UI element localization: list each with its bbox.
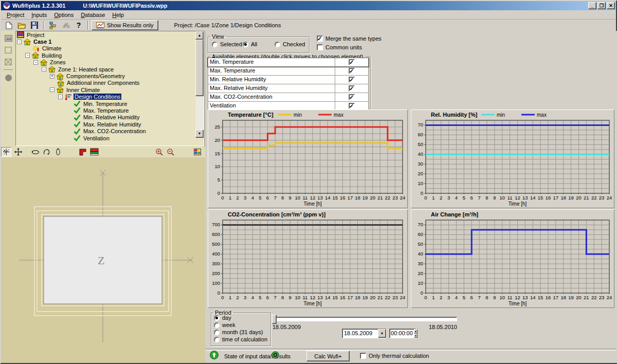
view-option-checked[interactable]: Checked [275, 41, 305, 47]
timeline-slider-track[interactable] [273, 317, 457, 321]
tree-item-max-co2-concentration[interactable]: Max. CO2-Concentration [16, 128, 204, 134]
available-row-max-temperature[interactable]: Max. Temperature [208, 67, 369, 76]
collapse-icon[interactable]: - [25, 53, 30, 58]
tree-item-label[interactable]: Case 1 [32, 39, 52, 45]
menu-inputs[interactable]: Inputs [28, 11, 50, 19]
thermal-only-checkbox-box[interactable] [360, 353, 366, 359]
timeline-slider-thumb[interactable] [272, 315, 277, 324]
menu-help[interactable]: Help [108, 11, 128, 19]
tree-item-components-geometry[interactable]: +Components/Geometry [16, 72, 204, 79]
common-units-checkbox[interactable]: Common units [317, 44, 362, 50]
tree-item-building[interactable]: -Building [16, 52, 204, 59]
tree-item-label[interactable]: Components/Geometry [65, 73, 126, 79]
tree-item-min-relative-humidity[interactable]: Min. Relative Humidity [16, 114, 204, 121]
tree-item-label[interactable]: Min. Temperature [82, 101, 128, 107]
component-view-icon[interactable] [78, 148, 87, 156]
period-option-month-31-days-[interactable]: month (31 days) [214, 329, 263, 335]
show-results-only-button[interactable]: Show Results only [92, 20, 158, 30]
tree-item-zone-1-heated-space[interactable]: -Zone 1: Heated space [16, 66, 204, 72]
tree-item-label[interactable]: Min. Relative Humidity [82, 114, 140, 120]
radio-icon[interactable] [243, 42, 248, 47]
scroll-up-button[interactable]: ▲ [195, 31, 204, 40]
tree-item-case-1[interactable]: -Case 1 [16, 38, 204, 45]
tree-structure-icon[interactable] [47, 20, 59, 30]
tree-item-label[interactable]: Building [41, 52, 63, 59]
radio-icon[interactable] [275, 42, 280, 47]
expand-icon[interactable]: + [50, 74, 55, 79]
available-row-checkbox[interactable] [349, 94, 355, 100]
available-row-max-co2-concentration[interactable]: Max. CO2-Concentration [208, 93, 369, 102]
available-row-checkbox[interactable] [349, 77, 355, 83]
open-folder-icon[interactable] [16, 20, 27, 30]
collapse-icon[interactable]: - [58, 95, 63, 99]
menu-project[interactable]: Project [3, 11, 28, 19]
tree-item-label[interactable]: Max. Temperature [82, 107, 130, 114]
tree-item-design-conditions[interactable]: -Design Conditions [16, 94, 204, 100]
radio-icon[interactable] [214, 322, 220, 328]
collapse-icon[interactable]: - [17, 40, 22, 44]
tree-item-label[interactable]: Design Conditions [74, 94, 121, 100]
tree-item-label[interactable]: Zone 1: Heated space [57, 66, 115, 72]
tree-item-label[interactable]: Additional inner Components [66, 80, 140, 86]
menu-options[interactable]: Options [50, 11, 77, 19]
tree-item-additional-inner-components[interactable]: Additional inner Components [16, 80, 204, 86]
help-icon[interactable]: ? [73, 20, 84, 30]
thermal-only-checkbox[interactable]: Only thermal calculation [360, 353, 429, 359]
radio-icon[interactable] [212, 42, 217, 47]
tree-item-zones[interactable]: -Zones [16, 59, 204, 66]
available-row-checkbox[interactable] [349, 59, 355, 65]
tree-item-inner-climate[interactable]: -Inner Climate [16, 86, 204, 93]
tree-item-max-temperature[interactable]: Max. Temperature [16, 107, 204, 114]
rotate-z-tool-icon[interactable] [53, 148, 63, 156]
axes-tool-icon[interactable] [1, 147, 11, 157]
spin-down-icon[interactable]: ▼ [414, 334, 418, 338]
circle-tool-icon[interactable] [5, 74, 12, 83]
tree-item-label[interactable]: Climate [41, 45, 62, 51]
collapse-icon[interactable]: - [50, 87, 55, 92]
minimize-button[interactable]: _ [588, 2, 596, 9]
close-button[interactable]: ✕ [607, 2, 615, 9]
available-row-checkbox[interactable] [349, 68, 355, 74]
zoom-out-icon[interactable] [166, 148, 175, 156]
tree-item-label[interactable]: Zones [49, 59, 67, 65]
restore-button[interactable]: ❐ [597, 2, 606, 9]
viewport-3d[interactable]: Z [1, 157, 205, 363]
available-row-min-temperature[interactable]: Min. Temperature [208, 58, 369, 67]
available-row-min-relative-humidity[interactable]: Min. Relative Humidity [208, 76, 369, 84]
available-row-max-relative-humidity[interactable]: Max. Relative Humidity [208, 84, 369, 93]
tree-scrollbar[interactable]: ▲ ▼ [195, 31, 204, 138]
save-icon[interactable] [29, 20, 40, 30]
period-option-week[interactable]: week [214, 322, 235, 328]
view-option-selected[interactable]: Selected [212, 41, 242, 47]
collapse-icon[interactable]: - [42, 67, 46, 71]
tree-item-min-temperature[interactable]: Min. Temperature [16, 100, 204, 107]
layers-view-icon[interactable] [89, 148, 99, 156]
scroll-down-button[interactable]: ▼ [195, 130, 204, 138]
scroll-thumb[interactable] [195, 40, 204, 96]
pan-tool-icon[interactable] [13, 148, 23, 156]
tree-item-label[interactable]: Ventilation [82, 135, 111, 141]
image-tool-icon[interactable] [5, 35, 12, 43]
spin-up-icon[interactable]: ▲ [414, 329, 418, 334]
tree-item-label[interactable]: Max. CO2-Concentration [82, 128, 147, 134]
tree-item-ventilation[interactable]: Ventilation [16, 135, 204, 141]
merge-checkbox[interactable]: Merge the same types [317, 35, 382, 42]
time-spinner[interactable]: 00:00:00 ▲▼ [389, 329, 416, 338]
radio-icon[interactable] [214, 337, 220, 342]
tree-item-label[interactable]: Project [26, 32, 45, 38]
calc-wufi-button[interactable]: Calc Wufi+ [306, 351, 350, 361]
rotate-x-tool-icon[interactable] [31, 148, 40, 156]
zoom-in-icon[interactable] [155, 148, 164, 156]
menu-database[interactable]: Database [77, 11, 108, 19]
chevron-down-icon[interactable]: ▼ [378, 329, 386, 338]
tree-item-climate[interactable]: Climate [16, 45, 204, 52]
period-option-time-of-calculation[interactable]: time of calculation [214, 336, 267, 342]
available-row-checkbox[interactable] [349, 85, 355, 92]
crossed-square-tool-icon[interactable] [5, 59, 12, 66]
radio-icon[interactable] [214, 330, 220, 335]
tree-item-project[interactable]: Project [16, 31, 204, 38]
common-units-checkbox-box[interactable] [317, 44, 323, 50]
radio-icon[interactable] [214, 315, 220, 321]
empty-square-tool-icon[interactable] [5, 47, 12, 54]
display-settings-icon[interactable] [193, 148, 202, 156]
